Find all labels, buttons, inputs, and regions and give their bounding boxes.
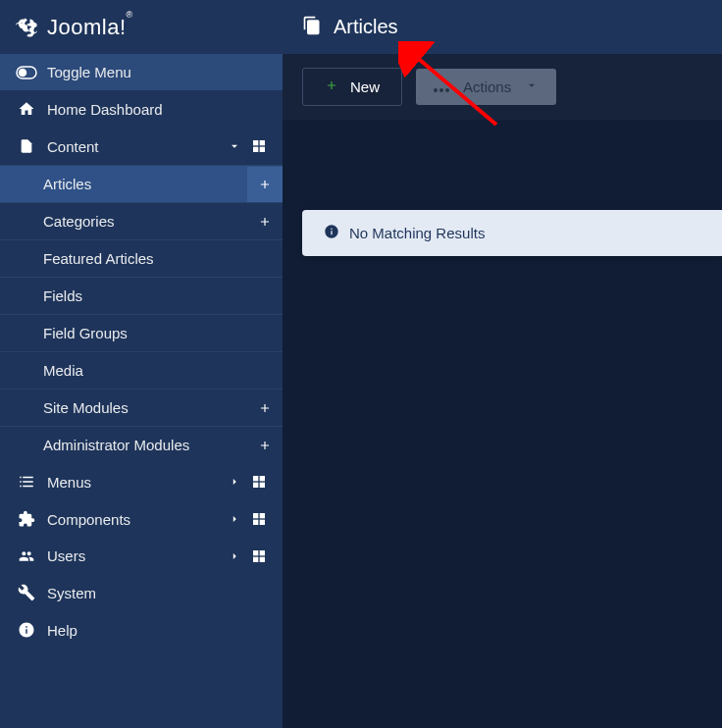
svg-point-1 [20, 69, 26, 76]
sidebar-item-media[interactable]: Media [0, 351, 283, 389]
svg-rect-6 [253, 476, 258, 481]
grid-icon[interactable] [251, 138, 267, 154]
file-icon [16, 137, 37, 155]
alert-text: No Matching Results [349, 225, 485, 241]
new-button[interactable]: New [302, 68, 402, 106]
svg-rect-13 [260, 520, 265, 525]
users-label: Users [47, 547, 228, 564]
sidebar-item-home[interactable]: Home Dashboard [0, 90, 283, 128]
sidebar-item-field-groups[interactable]: Field Groups [0, 314, 283, 351]
actions-button[interactable]: Actions [416, 69, 556, 105]
chevron-right-icon [228, 512, 241, 526]
plus-icon[interactable] [247, 204, 283, 239]
svg-point-18 [434, 88, 438, 92]
sidebar-item-admin-modules[interactable]: Administrator Modules [0, 426, 283, 463]
info-icon [16, 621, 37, 639]
svg-rect-10 [253, 513, 258, 518]
svg-rect-14 [253, 550, 258, 555]
sidebar-item-fields[interactable]: Fields [0, 277, 283, 314]
chevron-right-icon [228, 475, 241, 489]
svg-rect-9 [260, 483, 265, 488]
no-results-alert: No Matching Results [302, 210, 722, 256]
chevron-down-icon [228, 139, 241, 153]
sidebar-item-users[interactable]: Users [0, 538, 283, 574]
joomla-logo-icon [16, 16, 39, 39]
home-icon [16, 100, 37, 118]
svg-rect-11 [260, 513, 265, 518]
svg-rect-2 [253, 140, 258, 145]
grid-icon[interactable] [251, 511, 267, 527]
help-label: Help [47, 622, 267, 639]
sidebar-item-help[interactable]: Help [0, 611, 283, 649]
components-label: Components [47, 511, 228, 528]
svg-rect-7 [260, 476, 265, 481]
puzzle-icon [16, 510, 37, 528]
plus-icon[interactable] [247, 390, 283, 426]
svg-rect-4 [253, 147, 258, 152]
plus-icon[interactable] [247, 167, 283, 202]
sidebar-item-site-modules[interactable]: Site Modules [0, 389, 283, 426]
svg-point-19 [439, 88, 443, 92]
chevron-right-icon [228, 549, 241, 563]
toolbar: New Actions [283, 54, 722, 120]
sidebar-item-menus[interactable]: Menus [0, 463, 283, 500]
content-area: No Matching Results [283, 120, 722, 728]
sidebar-item-articles[interactable]: Articles [0, 165, 283, 202]
toggle-menu-button[interactable]: Toggle Menu [0, 54, 283, 90]
menus-label: Menus [47, 474, 228, 491]
svg-rect-5 [260, 147, 265, 152]
content-label: Content [47, 138, 228, 155]
svg-point-20 [445, 88, 449, 92]
home-label: Home Dashboard [47, 101, 267, 118]
svg-rect-16 [253, 556, 258, 561]
system-label: System [47, 585, 267, 601]
toggle-icon [16, 66, 37, 79]
svg-rect-12 [253, 520, 258, 525]
logo[interactable]: Joomla!® [0, 0, 283, 54]
page-title: Articles [334, 16, 398, 38]
page-header: Articles [283, 0, 722, 54]
users-icon [16, 548, 37, 564]
plus-icon[interactable] [247, 428, 283, 463]
toggle-menu-label: Toggle Menu [47, 64, 267, 80]
main-content: Articles New Actions [283, 0, 722, 728]
sidebar-item-content[interactable]: Content [0, 128, 283, 165]
svg-rect-15 [260, 550, 265, 555]
articles-icon [302, 15, 322, 40]
list-icon [16, 473, 37, 491]
logo-text: Joomla!® [47, 15, 133, 40]
plus-icon [325, 78, 338, 95]
chevron-down-icon [525, 78, 539, 95]
grid-icon[interactable] [251, 548, 267, 564]
svg-rect-17 [260, 556, 265, 561]
sidebar-item-system[interactable]: System [0, 574, 283, 611]
sidebar-item-categories[interactable]: Categories [0, 202, 283, 239]
svg-rect-3 [260, 140, 265, 145]
ellipsis-icon [434, 78, 449, 95]
sidebar: Joomla!® Toggle Menu Home Dashboard Cont… [0, 0, 283, 728]
svg-rect-8 [253, 483, 258, 488]
content-submenu: Articles Categories Featured Articles Fi… [0, 165, 283, 463]
info-icon [324, 224, 339, 242]
sidebar-item-featured-articles[interactable]: Featured Articles [0, 239, 283, 277]
wrench-icon [16, 584, 37, 601]
grid-icon[interactable] [251, 474, 267, 490]
sidebar-item-components[interactable]: Components [0, 500, 283, 538]
